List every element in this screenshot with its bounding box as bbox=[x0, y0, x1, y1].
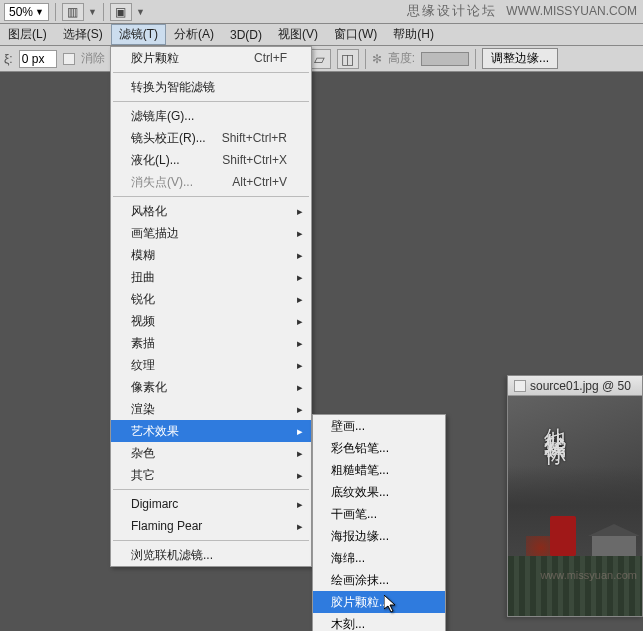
menu-last-filter[interactable]: 胶片颗粒 Ctrl+F bbox=[111, 47, 311, 69]
menu-stylize[interactable]: 风格化 bbox=[111, 200, 311, 222]
menu-label: 杂色 bbox=[131, 445, 155, 462]
menu-label: Flaming Pear bbox=[131, 519, 202, 533]
chevron-down-icon[interactable]: ▼ bbox=[136, 7, 145, 17]
menu-pixelate[interactable]: 像素化 bbox=[111, 376, 311, 398]
shortcut: Shift+Ctrl+R bbox=[222, 131, 287, 145]
menu-other[interactable]: 其它 bbox=[111, 464, 311, 486]
artistic-submenu: 壁画... 彩色铅笔... 粗糙蜡笔... 底纹效果... 干画笔... 海报边… bbox=[312, 414, 446, 631]
shortcut: Ctrl+F bbox=[254, 51, 287, 65]
submenu-film-grain[interactable]: 胶片颗粒... bbox=[313, 591, 445, 613]
arrange-docs-icon[interactable]: ▣ bbox=[110, 3, 132, 21]
menu-sketch[interactable]: 素描 bbox=[111, 332, 311, 354]
menu-label: 画笔描边 bbox=[131, 225, 179, 242]
menu-label: Digimarc bbox=[131, 497, 178, 511]
separator bbox=[113, 540, 309, 541]
submenu-dry-brush[interactable]: 干画笔... bbox=[313, 503, 445, 525]
submenu-underpainting[interactable]: 底纹效果... bbox=[313, 481, 445, 503]
menu-filter[interactable]: 滤镜(T) bbox=[111, 24, 166, 45]
gear-icon: ✻ bbox=[372, 52, 382, 66]
submenu-colored-pencil[interactable]: 彩色铅笔... bbox=[313, 437, 445, 459]
menu-liquify[interactable]: 液化(L)... Shift+Ctrl+X bbox=[111, 149, 311, 171]
document-title: source01.jpg @ 50 bbox=[530, 379, 631, 393]
separator bbox=[113, 196, 309, 197]
menu-3d[interactable]: 3D(D) bbox=[222, 26, 270, 44]
menu-label: 素描 bbox=[131, 335, 155, 352]
tool-icon-1[interactable]: ▱ bbox=[309, 49, 331, 69]
watermark: 思缘设计论坛 WWW.MISSYUAN.COM bbox=[407, 2, 637, 20]
menu-render[interactable]: 渲染 bbox=[111, 398, 311, 420]
menu-label: 艺术效果 bbox=[131, 423, 179, 440]
menu-sharpen[interactable]: 锐化 bbox=[111, 288, 311, 310]
menu-label: 胶片颗粒 bbox=[131, 50, 179, 67]
menu-label: 锐化 bbox=[131, 291, 155, 308]
menu-texture[interactable]: 纹理 bbox=[111, 354, 311, 376]
menu-label: 渲染 bbox=[131, 401, 155, 418]
menu-video[interactable]: 视频 bbox=[111, 310, 311, 332]
menu-select[interactable]: 选择(S) bbox=[55, 24, 111, 45]
menu-convert-smart[interactable]: 转换为智能滤镜 bbox=[111, 76, 311, 98]
menu-window[interactable]: 窗口(W) bbox=[326, 24, 385, 45]
separator bbox=[475, 49, 476, 69]
watermark-cn: 思缘设计论坛 bbox=[407, 3, 497, 18]
menu-digimarc[interactable]: Digimarc bbox=[111, 493, 311, 515]
height-slider[interactable] bbox=[421, 52, 469, 66]
document-titlebar[interactable]: source01.jpg @ 50 bbox=[508, 376, 642, 396]
submenu-label: 干画笔... bbox=[331, 506, 377, 523]
menu-label: 消失点(V)... bbox=[131, 174, 193, 191]
menu-label: 像素化 bbox=[131, 379, 167, 396]
menu-blur[interactable]: 模糊 bbox=[111, 244, 311, 266]
watermark-url: www.missyuan.com bbox=[540, 569, 637, 581]
menu-vanishing-point[interactable]: 消失点(V)... Alt+Ctrl+V bbox=[111, 171, 311, 193]
zoom-value: 50% bbox=[9, 5, 33, 19]
menu-artistic[interactable]: 艺术效果 bbox=[111, 420, 311, 442]
chevron-down-icon[interactable]: ▼ bbox=[88, 7, 97, 17]
menu-label: 滤镜库(G)... bbox=[131, 108, 194, 125]
feather-input[interactable] bbox=[19, 50, 57, 68]
menubar: 图层(L) 选择(S) 滤镜(T) 分析(A) 3D(D) 视图(V) 窗口(W… bbox=[0, 24, 643, 46]
submenu-rough-pastels[interactable]: 粗糙蜡笔... bbox=[313, 459, 445, 481]
separator bbox=[365, 49, 366, 69]
submenu-label: 海报边缘... bbox=[331, 528, 389, 545]
menu-noise[interactable]: 杂色 bbox=[111, 442, 311, 464]
submenu-fresco[interactable]: 壁画... bbox=[313, 415, 445, 437]
menu-view[interactable]: 视图(V) bbox=[270, 24, 326, 45]
options-bar: ξ: 消除 ▱ ◫ ✻ 高度: 调整边缘... bbox=[0, 46, 643, 72]
seal-icon bbox=[550, 516, 576, 556]
tool-icon-2[interactable]: ◫ bbox=[337, 49, 359, 69]
separator bbox=[113, 72, 309, 73]
separator bbox=[55, 3, 56, 21]
landscape-trees bbox=[508, 556, 642, 616]
submenu-paint-daubs[interactable]: 绘画涂抹... bbox=[313, 569, 445, 591]
menu-label: 扭曲 bbox=[131, 269, 155, 286]
document-canvas[interactable]: 他处我等你 bbox=[508, 396, 642, 616]
menu-help[interactable]: 帮助(H) bbox=[385, 24, 442, 45]
submenu-cutout[interactable]: 木刻... bbox=[313, 613, 445, 631]
screen-mode-icon[interactable]: ▥ bbox=[62, 3, 84, 21]
menu-label: 转换为智能滤镜 bbox=[131, 79, 215, 96]
menu-browse-online[interactable]: 浏览联机滤镜... bbox=[111, 544, 311, 566]
menu-layer[interactable]: 图层(L) bbox=[0, 24, 55, 45]
menu-label: 液化(L)... bbox=[131, 152, 180, 169]
menu-label: 纹理 bbox=[131, 357, 155, 374]
menu-brush-strokes[interactable]: 画笔描边 bbox=[111, 222, 311, 244]
submenu-sponge[interactable]: 海绵... bbox=[313, 547, 445, 569]
menu-analysis[interactable]: 分析(A) bbox=[166, 24, 222, 45]
submenu-poster-edges[interactable]: 海报边缘... bbox=[313, 525, 445, 547]
submenu-label: 海绵... bbox=[331, 550, 365, 567]
menu-label: 风格化 bbox=[131, 203, 167, 220]
refine-edge-button[interactable]: 调整边缘... bbox=[482, 48, 558, 69]
menu-label: 其它 bbox=[131, 467, 155, 484]
menu-flaming-pear[interactable]: Flaming Pear bbox=[111, 515, 311, 537]
antialias-checkbox[interactable] bbox=[63, 53, 75, 65]
menu-filter-gallery[interactable]: 滤镜库(G)... bbox=[111, 105, 311, 127]
menu-lens-correction[interactable]: 镜头校正(R)... Shift+Ctrl+R bbox=[111, 127, 311, 149]
watermark-en: WWW.MISSYUAN.COM bbox=[506, 4, 637, 18]
zoom-select[interactable]: 50% ▼ bbox=[4, 3, 49, 21]
feather-label: ξ: bbox=[4, 52, 13, 66]
filter-menu-dropdown: 胶片颗粒 Ctrl+F 转换为智能滤镜 滤镜库(G)... 镜头校正(R)...… bbox=[110, 46, 312, 567]
menu-distort[interactable]: 扭曲 bbox=[111, 266, 311, 288]
menu-label: 模糊 bbox=[131, 247, 155, 264]
submenu-label: 绘画涂抹... bbox=[331, 572, 389, 589]
height-label: 高度: bbox=[388, 50, 415, 67]
submenu-label: 胶片颗粒... bbox=[331, 594, 389, 611]
